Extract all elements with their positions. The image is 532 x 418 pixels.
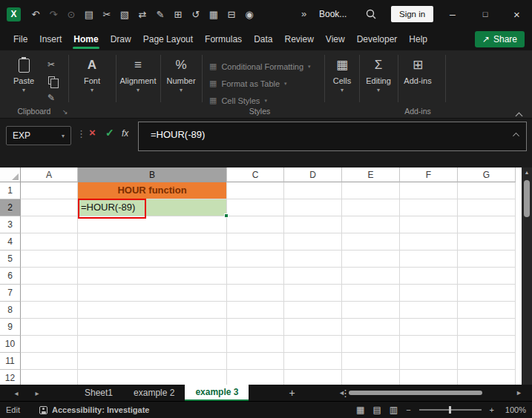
picture-icon[interactable]: ▧: [116, 9, 134, 20]
cell-C6[interactable]: [227, 268, 284, 285]
row-header-9[interactable]: 9: [0, 319, 21, 336]
search-icon[interactable]: [365, 8, 377, 20]
cell-B11[interactable]: [78, 353, 227, 370]
cell-E11[interactable]: [342, 353, 400, 370]
maximize-button[interactable]: □: [469, 0, 502, 28]
cell-C7[interactable]: [227, 285, 284, 302]
vertical-scrollbar[interactable]: ▲: [522, 167, 532, 385]
row-header-6[interactable]: 6: [0, 268, 21, 285]
cell-A7[interactable]: [21, 285, 78, 302]
cell-D10[interactable]: [284, 336, 342, 353]
cell-A1[interactable]: [21, 182, 78, 199]
alignment-group-button[interactable]: ≡ Alignment ▾: [117, 56, 159, 93]
sheet-tab-example-3[interactable]: example 3: [185, 385, 249, 401]
column-header-A[interactable]: A: [21, 167, 78, 182]
cell-F5[interactable]: [400, 251, 458, 268]
enter-entry-button[interactable]: ✓: [105, 127, 114, 139]
cell-C12[interactable]: [227, 370, 284, 385]
cell-D3[interactable]: [284, 216, 342, 233]
formula-bar-handle-icon[interactable]: ⋮: [76, 128, 86, 139]
cell-C9[interactable]: [227, 319, 284, 336]
cell-F8[interactable]: [400, 302, 458, 319]
cell-G7[interactable]: [458, 285, 516, 302]
cell-B12[interactable]: [78, 370, 227, 385]
zoom-slider[interactable]: [419, 409, 482, 411]
table-icon[interactable]: ▦: [205, 9, 223, 20]
tab-home[interactable]: Home: [68, 28, 104, 50]
tab-insert[interactable]: Insert: [33, 28, 68, 50]
cells-group-button[interactable]: ▦ Cells ▾: [325, 56, 359, 93]
column-header-G[interactable]: G: [458, 167, 516, 182]
cell-C8[interactable]: [227, 302, 284, 319]
cell-F1[interactable]: [400, 182, 458, 199]
cell-D9[interactable]: [284, 319, 342, 336]
copy-button[interactable]: [43, 76, 59, 87]
cell-G5[interactable]: [458, 251, 516, 268]
cell-B8[interactable]: [78, 302, 227, 319]
cell-F10[interactable]: [400, 336, 458, 353]
cell-A2[interactable]: [21, 199, 78, 216]
new-sheet-button[interactable]: +: [284, 387, 299, 399]
sheet-nav-left-button[interactable]: ◂: [6, 389, 27, 397]
cell-A8[interactable]: [21, 302, 78, 319]
zoom-slider-thumb[interactable]: [449, 406, 451, 414]
cell-B4[interactable]: [78, 233, 227, 251]
conditional-formatting-button[interactable]: ▦Conditional Formatting▾: [209, 58, 311, 75]
cell-C1[interactable]: [227, 182, 284, 199]
tab-data[interactable]: Data: [248, 28, 278, 50]
toolbar-overflow-icon[interactable]: »: [301, 8, 306, 19]
share-button[interactable]: ↗ Share: [475, 31, 525, 47]
page-layout-view-button[interactable]: ▤: [372, 405, 381, 415]
cell-G6[interactable]: [458, 268, 516, 285]
minimize-button[interactable]: –: [436, 0, 469, 28]
column-header-E[interactable]: E: [342, 167, 400, 182]
borders-icon[interactable]: ⊞: [169, 9, 187, 20]
cell-G10[interactable]: [458, 336, 516, 353]
switch-windows-icon[interactable]: ⇄: [134, 9, 151, 20]
number-group-button[interactable]: % Number ▾: [160, 56, 202, 93]
paste-button[interactable]: Paste ▾: [6, 56, 42, 93]
cell-E3[interactable]: [342, 216, 400, 233]
cell-C5[interactable]: [227, 251, 284, 268]
cell-F11[interactable]: [400, 353, 458, 370]
cell-D11[interactable]: [284, 353, 342, 370]
cell-C4[interactable]: [227, 233, 284, 251]
camera-icon[interactable]: ◉: [240, 9, 258, 20]
cell-F3[interactable]: [400, 216, 458, 233]
normal-view-button[interactable]: ▦: [356, 405, 364, 415]
cell-B9[interactable]: [78, 319, 227, 336]
tab-page-layout[interactable]: Page Layout: [137, 28, 199, 50]
cell-D12[interactable]: [284, 370, 342, 385]
cell-B1[interactable]: HOUR function: [78, 182, 227, 199]
cell-E8[interactable]: [342, 302, 400, 319]
cell-B7[interactable]: [78, 285, 227, 302]
page-break-view-button[interactable]: ▥: [390, 405, 398, 415]
sign-in-button[interactable]: Sign in: [391, 6, 433, 22]
editing-group-button[interactable]: Σ Editing ▾: [361, 56, 395, 93]
cell-E12[interactable]: [342, 370, 400, 385]
cell-E5[interactable]: [342, 251, 400, 268]
scroll-left-arrow[interactable]: ◄: [338, 389, 345, 397]
cell-D4[interactable]: [284, 233, 342, 251]
cell-F9[interactable]: [400, 319, 458, 336]
horizontal-scrollbar[interactable]: ◄ ►: [334, 385, 527, 401]
row-header-2[interactable]: 2: [0, 199, 21, 216]
export-icon[interactable]: ⊟: [223, 9, 240, 20]
cell-E4[interactable]: [342, 233, 400, 251]
cell-D5[interactable]: [284, 251, 342, 268]
row-header-4[interactable]: 4: [0, 233, 21, 251]
cell-A4[interactable]: [21, 233, 78, 251]
cancel-entry-button[interactable]: ×: [89, 126, 96, 139]
tab-developer[interactable]: Developer: [351, 28, 404, 50]
select-all-button[interactable]: [0, 167, 21, 182]
cell-D7[interactable]: [284, 285, 342, 302]
formula-input[interactable]: =HOUR(-89): [138, 122, 527, 151]
cell-D2[interactable]: [284, 199, 342, 216]
column-header-F[interactable]: F: [400, 167, 458, 182]
cell-G9[interactable]: [458, 319, 516, 336]
row-header-7[interactable]: 7: [0, 285, 21, 302]
vertical-scrollbar-thumb[interactable]: [524, 180, 530, 217]
tab-help[interactable]: Help: [403, 28, 433, 50]
cell-B2[interactable]: =HOUR(-89): [78, 199, 227, 216]
cell-E7[interactable]: [342, 285, 400, 302]
